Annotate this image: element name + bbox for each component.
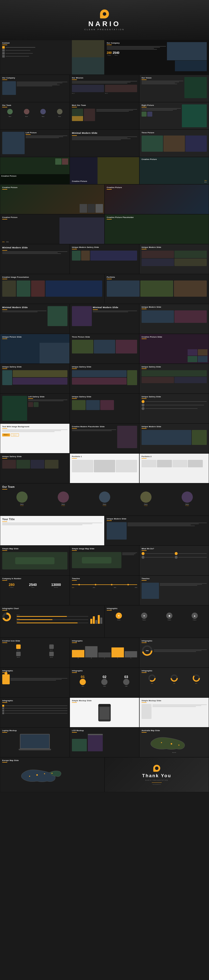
slide-row-13: Left Gallery Slide Unique Gallery Slide [0,394,209,423]
slide-row-8: Minimal Modern Slide Unique Modern Galle… [0,244,209,274]
slide-unique-gallery-3: Unique Gallery Slide [70,364,139,394]
three-pic-slide-title: Three Picture Slide [72,336,137,338]
bar-chart [90,614,102,624]
slide-unique-gallery-7: Unique Gallery Slide [0,453,70,483]
text-img-title: Text With Image Background [2,426,67,428]
lcd-mockup-title: LCD Mockup [72,730,137,732]
vision-title: Our Vision [142,77,184,79]
meet-team-title: Meet Our Team [72,104,137,106]
laptop-mockup-title: Laptop Mockup [2,730,67,732]
left-pic-title: Left Picture [25,132,67,134]
slide-infographic: Infographic ★ Feature ● Feature ◆ [104,605,209,638]
slide-three-picture-slide: Three Picture Slide [70,334,139,364]
infographic5-title: Infographic [72,670,137,671]
creative3-title: Creative Picture [142,158,157,160]
svg-point-13 [52,773,52,774]
slide-creative-image: Creative Image Presentation [0,274,104,304]
slide-unique-modern-2: Unique Modern Slide [139,304,209,334]
slide-simple-mockup-2: Simple Mockup Slide [139,697,209,727]
slide-row-12: Unique Gallery Slide Unique Gallery Slid… [0,364,209,394]
slide-simple-image-map: Simple Image Map Slide [70,546,139,576]
svg-point-8 [171,743,172,745]
slide-minimal-modern-3: Minimal Modern Slide [0,304,70,334]
creative1-title: Creative Picture [1,175,68,177]
simple-mockup2-title: Simple Mockup Slide [142,700,207,702]
slide-unique-picture: Unique Picture Slide [0,334,70,364]
slide-europe-map: Europe Map Slide [0,757,104,792]
slide-creative-modern-ph: Creative Modern Placeholder Slide [70,423,139,453]
timeline2-title: Timeline [142,578,207,579]
slide-right-picture: Right Picture [139,102,209,129]
slide-row-7: Creative Picture 99% 91% Creative [0,214,209,244]
slide-creative-6: Creative Picture 99% 91% [0,214,104,244]
slide-content: Content [0,40,104,75]
portfolio1-title: Portfolio 1 [72,456,137,457]
slide-row-4: Left Picture Minimal Modern Slide [0,129,209,157]
slide-minimal-modern-4: Minimal Modern Slide [70,304,139,334]
donut-percent: 70% [7,618,10,619]
slide-row-2: Our Company [0,75,209,102]
timeline-title: Timeline [72,578,137,579]
portfolio-title: Portfolio [107,276,207,278]
slide-unique-modern-4: Unique Modern Slide [104,515,209,546]
creative5-title: Creative Picture [107,186,122,188]
slide-creative-3: Creative Picture 70% 91% [139,157,209,185]
slide-left-picture: Left Picture [0,129,70,157]
creative-icon-title: Creative Icon Slide [2,640,67,642]
slide-infographic-6: Infographic 60% [139,668,209,697]
europe-map-title: Europe Map Slide [2,759,102,761]
slide-creative-icon: Creative Icon Slide Icon 1 Icon 2 [0,638,70,668]
slide-infographic-2: Infographic A B C [70,638,139,668]
svg-point-14 [29,776,30,777]
stat-3: 13000 [51,583,61,587]
slides-wrapper: Content [0,40,209,792]
slide-company-number: Company In Number 280 Projects 2540 Clie… [0,576,70,605]
infographic-chart-title: Infographic Chart [2,608,102,609]
slide-laptop-mockup: Laptop Mockup [0,727,70,757]
slide-text-image-bg: Text With Image Background Button 1 Butt… [0,423,70,453]
creative-ph-title: Creative Picture Placeholder [107,216,134,218]
slide-three-picture: Three Picture [139,129,209,157]
slide-infographic-7: Infographic [0,697,70,727]
slide-row-17: Your Title Unique Modern Slide [0,515,209,546]
unique-gallery2-title: Unique Gallery Slide [2,366,67,368]
slide-creative-5: Creative Picture [104,185,209,214]
thankyou-logo [153,765,160,772]
slide-our-team: Our Team Name Name Name [0,102,70,129]
slide-infographic-3: Infographic 70% [139,638,209,668]
slide-timeline-2: Timeline [139,576,209,605]
hero-section: NARIO CLEAN PRESENTATION [0,0,209,40]
your-title-label: Your Title [2,518,102,521]
unique-modern3-title: Unique Modern Slide [142,426,207,428]
slide-portfolio-1: Portfolio 1 [70,453,139,483]
slide-australia-map: Australia Map Slide Australia [139,727,209,757]
what-we-do-title: What We Do? [142,548,207,549]
mission-title: Our Mission [72,77,137,79]
team-full-title: Our Team [2,485,207,488]
left-gallery-title: Left Gallery Slide [28,396,67,398]
unique-gallery6-title: Unique Gallery Slide [142,396,207,398]
timeline-line [72,584,137,585]
slide-row-16: Our Team Name Position Name Position [0,483,209,515]
slide-row-18: Simple Map Slide Simple Image Map Slide [0,546,209,576]
slide-minimal-modern-2: Minimal Modern Slide [0,244,70,274]
slide-lcd-mockup: LCD Mockup [70,727,139,757]
australia-label: Australia [142,752,207,753]
slide-row-21: Creative Icon Slide Icon 1 Icon 2 [0,638,209,668]
slide-your-title: Your Title [0,515,104,546]
infographic3-title: Infographic [142,640,207,642]
slide-unique-gallery-5: Unique Gallery Slide [70,394,139,423]
simple-mockup-title: Simple Mockup Slide [72,700,137,702]
infographic6-title: Infographic [142,670,207,671]
page-wrapper: NARIO CLEAN PRESENTATION Content [0,0,209,792]
slide-row-14: Text With Image Background Button 1 Butt… [0,423,209,453]
stat-1: 280 [9,583,14,587]
slide-infographic-4: Infographic [0,668,70,697]
hero-title: NARIO [84,20,125,28]
hero-content: NARIO CLEAN PRESENTATION [84,10,125,31]
slide-simple-map: Simple Map Slide [0,546,70,576]
unique-pic-title: Unique Picture Slide [2,336,22,338]
donut-chart [2,612,11,621]
minimal3-title: Minimal Modern Slide [2,306,46,309]
infographic4-title: Infographic [2,670,67,671]
